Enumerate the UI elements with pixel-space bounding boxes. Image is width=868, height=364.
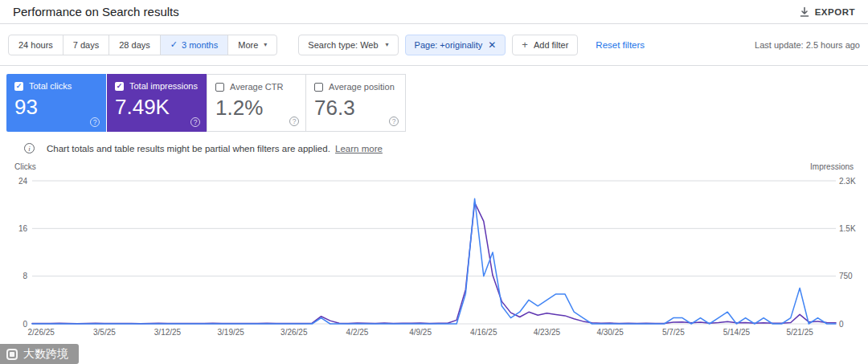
- card-label: Total clicks: [29, 81, 72, 91]
- date-range-tabs: 24 hours 7 days 28 days ✓ 3 months More …: [8, 35, 277, 55]
- right-axis-tick: 750: [839, 272, 853, 280]
- chevron-down-icon: ▾: [264, 41, 267, 48]
- partial-data-banner: i Chart totals and table results might b…: [0, 132, 868, 153]
- card-header: ✓ Total impressions: [115, 81, 199, 91]
- x-axis-label: 5/14/25: [723, 328, 751, 337]
- page-header: Performance on Search results EXPORT: [0, 0, 868, 24]
- left-axis-tick: 8: [23, 272, 27, 280]
- x-axis-label: 3/26/25: [280, 328, 308, 337]
- total-impressions-card[interactable]: ✓ Total impressions 7.49K ?: [107, 74, 207, 132]
- info-icon: i: [24, 143, 35, 153]
- range-28-days[interactable]: 28 days: [108, 35, 161, 55]
- checkbox-checked[interactable]: ✓: [115, 82, 124, 91]
- check-icon: ✓: [170, 39, 178, 50]
- range-24-hours[interactable]: 24 hours: [8, 35, 63, 55]
- right-axis-tick: 1.5K: [839, 224, 856, 233]
- page-filter-chip[interactable]: Page: +originality ✕: [405, 35, 506, 55]
- page-title: Performance on Search results: [13, 5, 179, 18]
- range-7-days[interactable]: 7 days: [63, 35, 109, 55]
- card-value: 7.49K: [115, 95, 199, 120]
- close-icon[interactable]: ✕: [488, 39, 496, 51]
- filter-toolbar: 24 hours 7 days 28 days ✓ 3 months More …: [0, 24, 868, 66]
- chip-label: Page: +originality: [415, 40, 483, 50]
- chevron-down-icon: ▾: [386, 41, 389, 48]
- x-axis-label: 4/2/25: [346, 328, 369, 337]
- left-axis-tick: 16: [18, 224, 28, 233]
- average-ctr-card[interactable]: Average CTR 1.2% ?: [207, 74, 306, 132]
- x-axis-label: 4/23/25: [534, 328, 561, 337]
- left-axis-tick: 0: [23, 320, 27, 329]
- range-label: 7 days: [73, 40, 99, 50]
- x-axis-label: 4/30/25: [596, 328, 624, 337]
- help-icon[interactable]: ?: [190, 117, 200, 127]
- average-position-card[interactable]: Average position 76.3 ?: [306, 74, 406, 132]
- card-header: Average position: [314, 82, 397, 92]
- right-axis-tick: 0: [839, 320, 844, 329]
- checkbox-unchecked[interactable]: [215, 83, 224, 92]
- add-filter-chip[interactable]: + Add filter: [512, 35, 578, 55]
- reset-filters-link[interactable]: Reset filters: [596, 40, 645, 50]
- left-axis-tick: 24: [18, 177, 28, 186]
- card-label: Average CTR: [230, 82, 283, 92]
- x-axis-label: 5/21/25: [786, 328, 813, 337]
- help-icon[interactable]: ?: [289, 117, 299, 126]
- x-axis-label: 3/12/25: [154, 328, 182, 337]
- checkbox-checked[interactable]: ✓: [14, 82, 23, 91]
- x-axis-label: 4/16/25: [470, 328, 497, 337]
- range-label: More: [238, 40, 258, 50]
- metric-cards: ✓ Total clicks 93 ? ✓ Total impressions …: [0, 66, 868, 132]
- performance-chart: 242.3K161.5K875000ClicksImpressions2/26/…: [0, 160, 868, 357]
- total-clicks-line: [32, 198, 836, 324]
- last-update-text: Last update: 2.5 hours ago: [755, 40, 860, 50]
- banner-message: Chart totals and table results might be …: [47, 144, 330, 153]
- checkbox-unchecked[interactable]: [314, 83, 323, 92]
- card-value: 93: [14, 95, 98, 120]
- help-icon[interactable]: ?: [389, 117, 399, 126]
- x-axis-label: 5/7/25: [662, 328, 685, 337]
- watermark-logo-icon: [6, 349, 18, 360]
- total-clicks-card[interactable]: ✓ Total clicks 93 ?: [6, 74, 106, 132]
- left-axis-title: Clicks: [14, 162, 36, 171]
- help-icon[interactable]: ?: [90, 117, 100, 127]
- search-type-filter-chip[interactable]: Search type: Web ▾: [298, 35, 398, 55]
- card-header: Average CTR: [215, 82, 297, 92]
- range-more-dropdown[interactable]: More ▾: [227, 35, 277, 55]
- card-label: Total impressions: [129, 81, 198, 91]
- banner-text: Chart totals and table results might be …: [47, 144, 383, 153]
- plus-icon: +: [522, 39, 528, 51]
- range-label: 3 months: [182, 40, 218, 50]
- card-header: ✓ Total clicks: [14, 81, 98, 91]
- x-axis-label: 4/9/25: [409, 328, 432, 337]
- card-label: Average position: [329, 82, 395, 92]
- export-label: EXPORT: [815, 7, 855, 17]
- card-value: 76.3: [314, 96, 397, 121]
- watermark-text: 大数跨境: [23, 347, 68, 362]
- total-impressions-line: [32, 202, 836, 324]
- range-label: 24 hours: [18, 40, 53, 50]
- range-label: 28 days: [119, 40, 150, 50]
- x-axis-label: 3/5/25: [93, 328, 116, 337]
- right-axis-tick: 2.3K: [839, 177, 856, 186]
- x-axis-label: 2/26/25: [28, 328, 55, 337]
- export-button[interactable]: EXPORT: [799, 6, 855, 18]
- chart-canvas: 242.3K161.5K875000ClicksImpressions2/26/…: [0, 160, 868, 354]
- chip-label: Add filter: [534, 40, 568, 50]
- chip-label: Search type: Web: [308, 40, 378, 50]
- range-3-months[interactable]: ✓ 3 months: [160, 35, 228, 55]
- card-value: 1.2%: [215, 96, 297, 121]
- right-axis-title: Impressions: [810, 162, 854, 171]
- filter-chips: Search type: Web ▾ Page: +originality ✕ …: [298, 35, 645, 55]
- watermark: 大数跨境: [0, 344, 79, 364]
- learn-more-link[interactable]: Learn more: [335, 144, 383, 153]
- x-axis-label: 3/19/25: [218, 328, 245, 337]
- download-icon: [799, 6, 810, 18]
